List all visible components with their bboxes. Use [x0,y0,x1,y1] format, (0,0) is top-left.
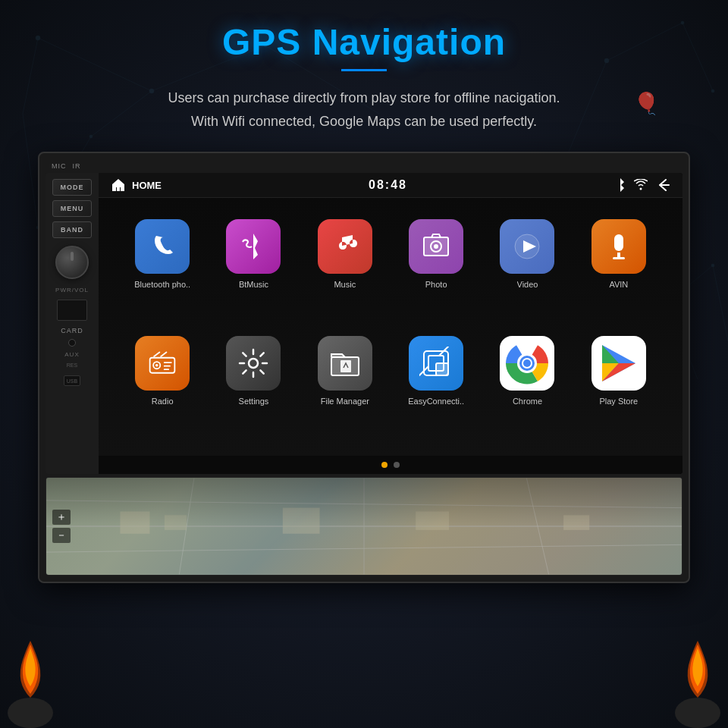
radio-icon [135,336,190,391]
volume-down-button[interactable]: － [52,528,71,543]
mic-label: MIC [52,162,67,170]
subtitle-line1: Users can purchase directly from play st… [168,90,560,105]
app-play-store[interactable]: Play Store [573,327,664,444]
svg-point-35 [155,364,158,367]
map-section: ＋ － [46,477,682,576]
main-screen: HOME 08:48 [99,173,682,474]
menu-button[interactable]: MENU [52,200,92,217]
page-title: GPS Navigation [0,21,728,63]
usb-port: USB [64,375,80,386]
pwr-vol-label: PWR/VOL [55,287,89,293]
svg-point-17 [89,135,93,138]
btmusic-icon [226,219,281,274]
left-panel: MODE MENU BAND PWR/VOL CARD AUX RES USB [46,173,99,474]
device-wrapper: MIC IR MODE MENU BAND PWR/VOL CARD AUX R… [38,152,690,583]
app-photo[interactable]: Photo [391,210,482,327]
settings-label: Settings [239,397,269,406]
res-button[interactable]: RES [67,362,77,368]
svg-point-39 [249,359,258,368]
svg-rect-36 [164,362,172,363]
file-manager-icon [318,336,372,391]
aux-label: AUX [64,351,79,358]
btmusic-svg [237,231,270,262]
app-btmusic[interactable]: BtMusic [208,210,299,327]
mode-button[interactable]: MODE [52,179,92,196]
easyconnect-svg [419,347,453,380]
svg-rect-37 [164,366,171,367]
video-icon [500,219,554,274]
music-label: Music [334,280,356,289]
home-icon [111,177,126,193]
svg-point-66 [675,698,720,728]
settings-svg [237,347,270,380]
settings-icon [226,336,281,391]
app-video[interactable]: Video [482,210,573,327]
app-chrome[interactable]: Chrome [482,327,573,444]
volume-controls: ＋ － [52,510,71,543]
avin-svg [604,231,634,262]
svg-point-65 [8,698,53,728]
avin-label: AVIN [609,280,628,289]
app-music[interactable]: Music [300,210,391,327]
svg-rect-38 [164,369,169,370]
card-slot [57,300,87,321]
svg-rect-23 [117,187,120,191]
video-label: Video [517,280,538,289]
volume-up-button[interactable]: ＋ [52,510,71,525]
status-time: 08:48 [162,178,614,192]
title-underline [341,69,387,71]
back-icon [655,179,670,191]
app-radio[interactable]: Radio [117,327,208,444]
stereo-top-bar: MIC IR [46,159,682,173]
svg-line-19 [713,265,728,341]
home-label: HOME [132,180,162,191]
bluetooth-icon [614,177,626,193]
phone-svg [147,231,177,262]
app-grid: Bluetooth pho.. BtMusic [99,198,682,456]
avin-icon [592,219,646,274]
status-home: HOME [111,177,162,193]
easy-connect-label: EasyConnecti.. [408,397,464,406]
card-label: CARD [61,327,83,334]
svg-rect-30 [614,234,623,251]
chrome-app-icon [500,336,554,391]
app-easy-connect[interactable]: EasyConnecti.. [391,327,482,444]
radio-svg [146,348,179,378]
aux-port [68,339,76,347]
playstore-svg [596,340,642,386]
flame-right [667,637,728,728]
svg-point-27 [434,244,438,249]
flame-left [0,637,61,728]
svg-rect-44 [436,363,448,375]
file-manager-label: File Manager [321,397,369,406]
svg-rect-32 [613,257,625,259]
photo-icon [409,219,463,274]
app-avin[interactable]: AVIN [573,210,664,327]
music-svg [330,231,360,262]
subtitle: Users can purchase directly from play st… [76,86,652,133]
volume-knob[interactable] [55,246,89,279]
easy-connect-icon [409,336,463,391]
status-icons [614,177,670,193]
app-file-manager[interactable]: File Manager [300,327,391,444]
app-settings[interactable]: Settings [208,327,299,444]
svg-point-49 [523,359,531,367]
stereo-unit: MIC IR MODE MENU BAND PWR/VOL CARD AUX R… [38,152,690,583]
header-section: GPS Navigation Users can purchase direct… [0,0,728,133]
music-icon [318,219,372,274]
stereo-main: MODE MENU BAND PWR/VOL CARD AUX RES USB [46,173,682,474]
btmusic-label: BtMusic [239,280,268,289]
svg-point-22 [711,264,714,267]
chrome-label: Chrome [513,397,542,406]
wifi-icon [634,179,648,191]
ir-label: IR [73,162,81,170]
page-indicators [99,456,682,474]
page-dot-2[interactable] [394,462,400,468]
band-button[interactable]: BAND [52,221,92,238]
app-bluetooth-phone[interactable]: Bluetooth pho.. [117,210,208,327]
radio-label: Radio [152,397,174,406]
page-dot-1[interactable] [381,462,388,468]
play-store-app-icon [592,336,646,391]
subtitle-line2: With Wifi connected, Google Maps can be … [191,114,537,129]
usb-label: USB [67,378,77,384]
